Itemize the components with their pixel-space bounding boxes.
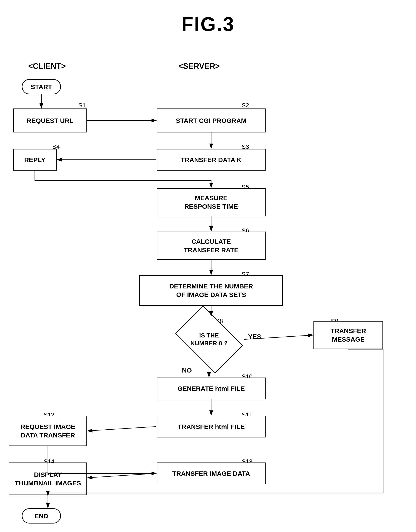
- svg-line-12: [87, 474, 156, 478]
- transfer-image-box: TRANSFER IMAGE DATA: [157, 463, 265, 484]
- svg-line-11: [87, 426, 156, 431]
- calculate-transfer-box: CALCULATETRANSFER RATE: [157, 232, 265, 260]
- transfer-html-box: TRANSFER html FILE: [157, 416, 265, 437]
- calculate-transfer-text: CALCULATETRANSFER RATE: [184, 237, 238, 254]
- start-box: START: [22, 79, 61, 94]
- transfer-data-k-box: TRANSFER DATA K: [157, 149, 265, 171]
- start-cgi-box: START CGI PROGRAM: [157, 108, 265, 133]
- diamond-text: IS THENUMBER 0 ?: [181, 320, 237, 359]
- step-s1: S1: [78, 102, 86, 109]
- client-header: <CLIENT>: [28, 62, 66, 71]
- measure-response-text: MEASURERESPONSE TIME: [184, 194, 238, 211]
- reply-box: REPLY: [13, 149, 57, 171]
- determine-number-text: DETERMINE THE NUMBEROF IMAGE DATA SETS: [169, 282, 253, 299]
- diamond-wrapper: IS THENUMBER 0 ?: [174, 317, 244, 362]
- transfer-message-box: TRANSFERMESSAGE: [313, 321, 383, 349]
- display-thumbnail-box: DISPLAYTHUMBNAIL IMAGES: [9, 463, 87, 495]
- display-thumbnail-text: DISPLAYTHUMBNAIL IMAGES: [15, 470, 81, 487]
- request-url-box: REQUEST URL: [13, 108, 87, 133]
- no-label: NO: [182, 367, 192, 374]
- transfer-message-text: TRANSFERMESSAGE: [331, 327, 366, 344]
- yes-label: YES: [248, 333, 261, 340]
- step-s2: S2: [242, 102, 249, 109]
- determine-number-box: DETERMINE THE NUMBEROF IMAGE DATA SETS: [139, 275, 283, 306]
- request-image-box: REQUEST IMAGEDATA TRANSFER: [9, 416, 87, 446]
- request-image-text: REQUEST IMAGEDATA TRANSFER: [20, 422, 75, 439]
- measure-response-box: MEASURERESPONSE TIME: [157, 188, 265, 216]
- server-header: <SERVER>: [179, 62, 220, 71]
- end-box: END: [22, 508, 61, 523]
- generate-html-box: GENERATE html FILE: [157, 377, 265, 399]
- page-title: FIG.3: [0, 0, 416, 36]
